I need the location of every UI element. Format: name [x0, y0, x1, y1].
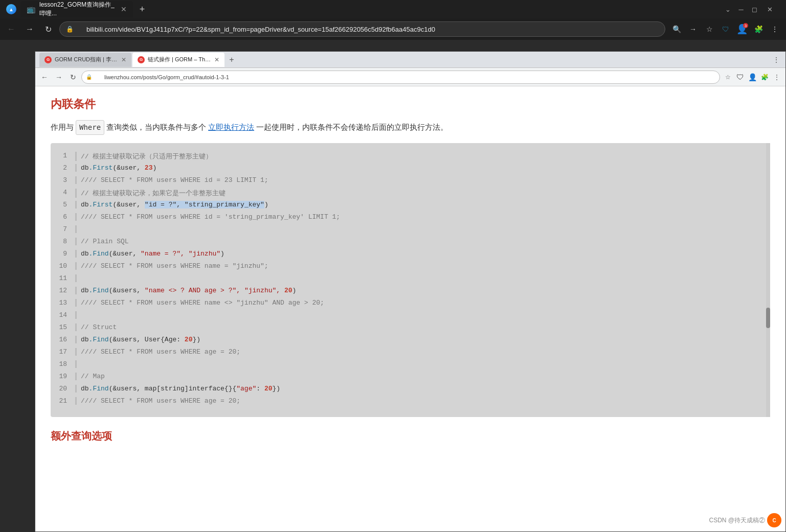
code-line-9: 9 db.Find(&user, "name = ?", "jinzhu") — [51, 249, 770, 262]
code-line-15: 15 // Struct — [51, 323, 770, 335]
inner-url-text: liwenzhou.com/posts/Go/gorm_crud/#autoid… — [96, 74, 229, 80]
profile-icon[interactable]: 👤 3 — [735, 22, 749, 36]
code-text-19: // Map — [75, 373, 770, 380]
line-num-3: 3 — [51, 176, 75, 184]
inner-tab-bar: G GORM CRUD指南 | 李文周的博客 ✕ G 链式操作 | GORM –… — [35, 52, 785, 68]
inner-tab-1-close[interactable]: ✕ — [121, 56, 126, 63]
maximize-window-icon[interactable]: ◻ — [748, 3, 760, 15]
watermark-text: CSDN @待天成稿② — [709, 516, 765, 525]
content-area: 内联条件 作用与 Where 查询类似，当内联条件与多个 立即执行方法 一起使用… — [35, 86, 785, 530]
line-num-16: 16 — [51, 336, 75, 343]
code-text-14 — [75, 311, 770, 319]
line-num-7: 7 — [51, 225, 75, 233]
inner-settings-icon[interactable]: ⋮ — [771, 55, 781, 65]
settings-icon[interactable]: ⋮ — [768, 22, 782, 36]
code-text-11 — [75, 274, 770, 282]
code-line-12: 12 db.Find(&users, "name <> ? AND age > … — [51, 286, 770, 298]
tab-bar: ▲ 📺 lesson22_GORM查询操作_哔哩... ✕ + — [4, 1, 722, 17]
inner-forward-button[interactable]: → — [53, 71, 65, 83]
chevron-down-icon[interactable]: ⌄ — [722, 3, 734, 15]
address-bar: ← → ↻ 🔒 bilibili.com/video/BV1gJ411p7xC/… — [0, 18, 786, 40]
url-bar[interactable]: 🔒 bilibili.com/video/BV1gJ411p7xC/?p=22&… — [59, 21, 665, 37]
code-text-6: //// SELECT * FROM users WHERE id = 'str… — [75, 213, 770, 221]
line-num-2: 2 — [51, 164, 75, 172]
tab-icon: 📺 — [27, 5, 35, 13]
inner-tab-gorm-crud[interactable]: G GORM CRUD指南 | 李文周的博客 ✕ — [39, 53, 131, 67]
description-line: 作用与 Where 查询类似，当内联条件与多个 立即执行方法 一起使用时，内联条… — [51, 120, 770, 135]
title-bar: ▲ 📺 lesson22_GORM查询操作_哔哩... ✕ + ⌄ ─ ◻ ✕ — [0, 0, 786, 18]
line-num-15: 15 — [51, 323, 75, 331]
inner-star-icon[interactable]: ☆ — [722, 72, 733, 83]
code-text-9: db.Find(&user, "name = ?", "jinzhu") — [75, 250, 770, 258]
code-text-1: // 根据主键获取记录（只适用于整形主键） — [75, 152, 770, 161]
code-line-18: 18 — [51, 360, 770, 372]
tab-label: lesson22_GORM查询操作_哔哩... — [39, 1, 115, 18]
code-line-5: 5 db.First(&user, "id = ?", "string_prim… — [51, 200, 770, 213]
description-suffix: 一起使用时，内联条件不会传递给后面的立即执行方法。 — [256, 121, 448, 134]
url-text: bilibili.com/video/BV1gJ411p7xC/?p=22&sp… — [76, 26, 435, 33]
code-line-13: 13 //// SELECT * FROM users WHERE name <… — [51, 298, 770, 311]
refresh-button[interactable]: ↻ — [41, 22, 55, 36]
code-text-15: // Struct — [75, 323, 770, 331]
scrollbar-thumb[interactable] — [766, 308, 770, 328]
chain-ops-favicon: G — [138, 56, 145, 63]
star-icon[interactable]: ☆ — [702, 22, 716, 36]
inner-profile-badge-icon[interactable]: 👤 — [747, 72, 758, 83]
minimize-window-icon[interactable]: ─ — [735, 3, 747, 15]
tab-close-btn[interactable]: ✕ — [121, 5, 127, 13]
csdn-watermark: CSDN @待天成稿② C — [709, 513, 781, 527]
inner-toolbar-icons: ☆ 🛡 👤 🧩 ⋮ — [722, 72, 782, 83]
line-num-5: 5 — [51, 201, 75, 209]
lock-icon: 🔒 — [66, 26, 74, 33]
line-num-17: 17 — [51, 348, 75, 356]
code-scrollbar[interactable] — [766, 143, 770, 417]
code-block: 1 // 根据主键获取记录（只适用于整形主键） 2 db.First(&user… — [51, 143, 770, 417]
code-line-14: 14 — [51, 311, 770, 323]
inner-tab-2-close[interactable]: ✕ — [214, 56, 219, 63]
code-text-10: //// SELECT * FROM users WHERE name = "j… — [75, 262, 770, 270]
forward-button[interactable]: → — [23, 22, 37, 36]
search-icon[interactable]: 🔍 — [669, 22, 684, 36]
inner-extension-icon[interactable]: 🧩 — [759, 72, 770, 83]
section-title: 内联条件 — [51, 97, 770, 112]
inner-refresh-button[interactable]: ↻ — [67, 71, 79, 83]
where-keyword-badge: Where — [76, 120, 104, 135]
line-num-11: 11 — [51, 274, 75, 282]
code-line-4: 4 // 根据主键获取记录，如果它是一个非整形主键 — [51, 188, 770, 200]
share-icon[interactable]: → — [686, 22, 700, 36]
inner-url-bar[interactable]: 🔒 liwenzhou.com/posts/Go/gorm_crud/#auto… — [81, 71, 720, 84]
link-immediate-execute[interactable]: 立即执行方法 — [208, 121, 254, 134]
code-line-1: 1 // 根据主键获取记录（只适用于整形主键） — [51, 151, 770, 164]
line-num-21: 21 — [51, 397, 75, 405]
line-num-8: 8 — [51, 238, 75, 245]
extension-icon[interactable]: 🧩 — [751, 22, 766, 36]
inner-back-button[interactable]: ← — [38, 71, 51, 83]
shield-icon[interactable]: 🛡 — [718, 22, 733, 36]
code-text-21: //// SELECT * FROM users WHERE age = 20; — [75, 397, 770, 405]
inner-address-bar: ← → ↻ 🔒 liwenzhou.com/posts/Go/gorm_crud… — [35, 68, 785, 86]
code-text-4: // 根据主键获取记录，如果它是一个非整形主键 — [75, 189, 770, 198]
inner-tab-chain-ops[interactable]: G 链式操作 | GORM – The fantasi... ✕ — [132, 53, 224, 67]
code-line-8: 8 // Plain SQL — [51, 237, 770, 249]
window-controls: ⌄ ─ ◻ ✕ — [722, 3, 782, 15]
inner-profile-icon[interactable]: 🛡 — [734, 72, 746, 83]
description-prefix: 作用与 — [51, 121, 74, 134]
code-text-3: //// SELECT * FROM users WHERE id = 23 L… — [75, 176, 770, 184]
inner-new-tab-button[interactable]: + — [226, 54, 238, 66]
back-button[interactable]: ← — [4, 22, 18, 36]
line-num-19: 19 — [51, 373, 75, 380]
code-line-7: 7 — [51, 225, 770, 237]
description-middle: 查询类似，当内联条件与多个 — [106, 121, 206, 134]
inner-browser: G GORM CRUD指南 | 李文周的博客 ✕ G 链式操作 | GORM –… — [35, 51, 786, 532]
code-text-8: // Plain SQL — [75, 238, 770, 245]
code-line-6: 6 //// SELECT * FROM users WHERE id = 's… — [51, 213, 770, 225]
close-window-button[interactable]: ✕ — [761, 3, 778, 15]
line-num-4: 4 — [51, 189, 75, 196]
code-text-18 — [75, 360, 770, 368]
new-tab-button[interactable]: + — [135, 2, 149, 16]
inner-tab-1-label: GORM CRUD指南 | 李文周的博客 — [55, 56, 118, 63]
tab-lesson22[interactable]: 📺 lesson22_GORM查询操作_哔哩... ✕ — [20, 1, 133, 17]
code-text-13: //// SELECT * FROM users WHERE name <> "… — [75, 299, 770, 307]
code-text-2: db.First(&user, 23) — [75, 164, 770, 172]
inner-menu-icon[interactable]: ⋮ — [771, 72, 782, 83]
